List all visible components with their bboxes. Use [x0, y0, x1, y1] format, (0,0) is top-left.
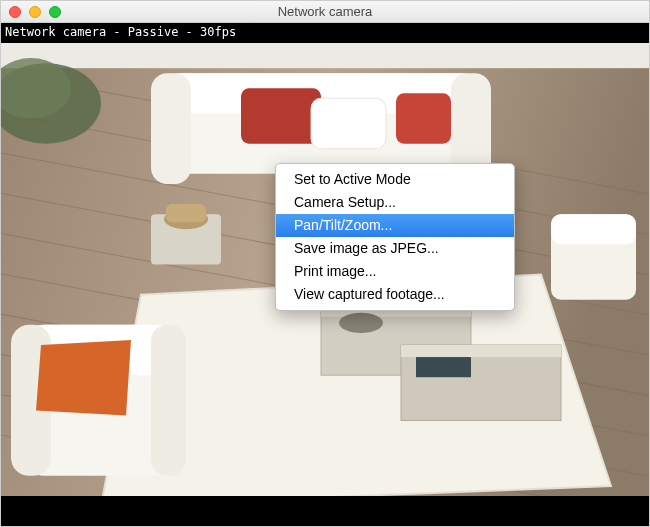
close-button[interactable] — [9, 6, 21, 18]
svg-rect-30 — [401, 345, 561, 357]
menu-item-active-mode[interactable]: Set to Active Mode — [276, 168, 514, 191]
svg-rect-35 — [1, 43, 649, 68]
svg-rect-22 — [151, 325, 186, 476]
window-titlebar: Network camera — [1, 1, 649, 23]
svg-rect-18 — [311, 98, 386, 148]
svg-rect-26 — [166, 204, 206, 222]
menu-item-save-jpeg[interactable]: Save image as JPEG... — [276, 237, 514, 260]
svg-rect-16 — [241, 88, 321, 143]
context-menu: Set to Active Mode Camera Setup... Pan/T… — [275, 163, 515, 311]
svg-rect-17 — [396, 93, 451, 143]
svg-rect-32 — [416, 357, 471, 377]
svg-rect-34 — [551, 214, 636, 244]
menu-item-view-footage[interactable]: View captured footage... — [276, 283, 514, 306]
menu-item-print-image[interactable]: Print image... — [276, 260, 514, 283]
menu-item-pan-tilt-zoom[interactable]: Pan/Tilt/Zoom... — [276, 214, 514, 237]
traffic-lights — [1, 6, 61, 18]
window-title: Network camera — [1, 4, 649, 19]
video-viewport[interactable]: Network camera - Passive - 30fps — [1, 23, 649, 526]
menu-item-camera-setup[interactable]: Camera Setup... — [276, 191, 514, 214]
camera-status-overlay: Network camera - Passive - 30fps — [5, 25, 236, 39]
svg-rect-14 — [151, 73, 191, 184]
svg-marker-23 — [36, 340, 131, 416]
maximize-button[interactable] — [49, 6, 61, 18]
minimize-button[interactable] — [29, 6, 41, 18]
svg-point-31 — [339, 313, 383, 333]
